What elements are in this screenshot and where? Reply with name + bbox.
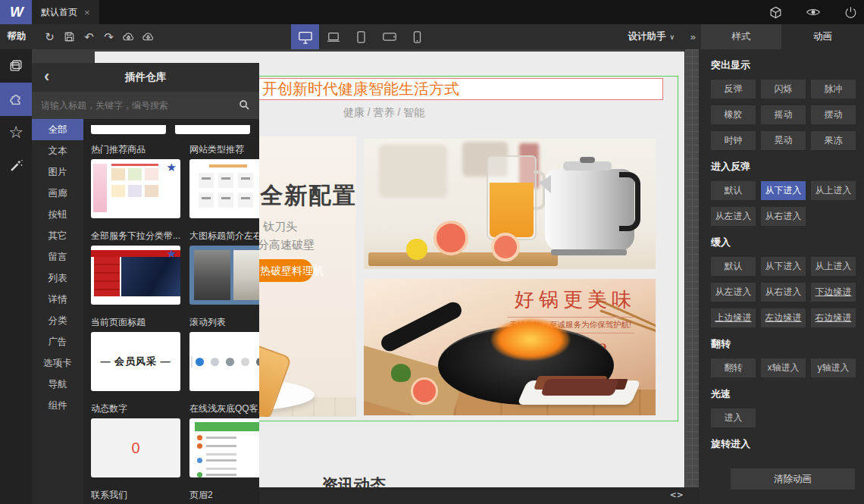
tab-style[interactable]: 样式 <box>701 24 781 49</box>
power-icon[interactable] <box>844 5 858 20</box>
plugin-card[interactable]: 动态数字 ★ 0 <box>91 401 180 477</box>
category-item[interactable]: 导航 <box>32 374 83 395</box>
animation-button[interactable]: 摆动 <box>811 105 856 124</box>
wooden-board-shape <box>368 252 558 266</box>
animation-button[interactable]: 橡胶 <box>711 105 756 124</box>
components-cube-icon[interactable] <box>769 5 783 20</box>
banner-feature-line: 分高速破壁 <box>258 238 315 252</box>
device-phone-landscape-icon[interactable] <box>375 24 403 49</box>
sidebar-favorites-icon[interactable]: ☆ <box>0 116 32 149</box>
animation-button[interactable]: 进入 <box>711 409 756 427</box>
animation-button[interactable]: 脉冲 <box>811 80 856 99</box>
animation-button[interactable]: 上边缘进 <box>711 308 756 327</box>
save-icon[interactable] <box>63 30 76 43</box>
plugin-thumbnail[interactable]: ★ <box>189 332 259 391</box>
plugin-card[interactable]: 滚动列表 ★ <box>189 315 259 391</box>
device-tablet-icon[interactable] <box>347 24 375 49</box>
redo-icon[interactable]: ↷ <box>102 30 115 43</box>
animation-button[interactable]: 晃动 <box>761 131 806 150</box>
category-item[interactable]: 画廊 <box>32 183 83 204</box>
plugin-card[interactable]: 当前页面标题 ★ — 会员风采 — <box>91 315 180 391</box>
plugin-card[interactable]: 全部服务下拉分类带... ★ <box>91 228 180 305</box>
plugin-thumbnail[interactable]: ★ <box>189 159 259 218</box>
plugin-thumbnail[interactable]: ★ — 会员风采 — <box>91 332 180 391</box>
device-desktop-icon[interactable] <box>291 24 319 49</box>
wok-banner-image[interactable]: 好锅更美味 无忧购物，至诚服务为你保驾护航! Warm Home <box>364 279 656 415</box>
animation-button[interactable]: 从上进入 <box>811 257 856 276</box>
category-item[interactable]: 按钮 <box>32 204 83 225</box>
plugin-card[interactable]: 联系我们 ★ <box>91 487 180 504</box>
plugin-thumbnail[interactable]: ★ <box>91 246 180 305</box>
category-item[interactable]: 全部 <box>32 119 83 140</box>
sidebar-plugins-icon[interactable] <box>0 83 32 116</box>
plugin-thumbnail[interactable]: ★ 0 <box>91 418 180 477</box>
category-item[interactable]: 详情 <box>32 289 83 310</box>
category-item[interactable]: 文本 <box>32 140 83 161</box>
tab-close-icon[interactable]: × <box>84 7 90 18</box>
animation-button[interactable]: y轴进入 <box>811 358 856 377</box>
animation-button[interactable]: 从下进入 <box>761 257 806 276</box>
category-item[interactable]: 选项卡 <box>32 352 83 374</box>
device-laptop-icon[interactable] <box>319 24 347 49</box>
plugin-thumbnail[interactable]: ★ <box>91 159 180 218</box>
search-icon[interactable] <box>239 99 250 111</box>
tab-animation[interactable]: 动画 <box>781 24 864 49</box>
clear-animation-button[interactable]: 清除动画 <box>731 468 855 490</box>
category-item[interactable]: 图片 <box>32 161 83 183</box>
animation-button[interactable]: 从左进入 <box>711 207 756 226</box>
animation-button[interactable]: 左边缘进 <box>761 308 806 327</box>
animation-button[interactable]: 下边缘进 <box>811 283 856 302</box>
preview-eye-icon[interactable] <box>806 5 821 20</box>
category-item[interactable]: 留言 <box>32 246 83 268</box>
sidebar-pages-icon[interactable] <box>0 49 32 83</box>
category-item[interactable]: 广告 <box>32 331 83 352</box>
animation-button[interactable]: 反弹 <box>711 80 756 99</box>
plugin-card[interactable]: 页眉2 ★ <box>189 487 259 504</box>
animation-button[interactable]: 从右进入 <box>761 283 806 302</box>
collapse-panel-icon[interactable]: » <box>690 24 696 49</box>
plugin-thumbnail[interactable]: ★ <box>189 418 259 477</box>
animation-button[interactable]: 从下进入 <box>761 181 806 200</box>
cloud-upload-icon[interactable] <box>122 30 135 43</box>
refresh-icon[interactable]: ↻ <box>43 30 56 43</box>
partial-card[interactable] <box>91 125 166 134</box>
animation-button[interactable]: 翻转 <box>711 358 756 377</box>
sidebar-magic-wand-icon[interactable] <box>0 149 32 183</box>
category-item[interactable]: 其它 <box>32 225 83 246</box>
page-tab[interactable]: 默认首页 × <box>32 0 99 24</box>
news-section-heading[interactable]: 资讯动态 <box>322 474 386 487</box>
category-item[interactable]: 分类 <box>32 310 83 331</box>
device-phone-portrait-icon[interactable] <box>403 24 431 49</box>
plugin-card-label: 动态数字 <box>91 401 180 416</box>
plugin-thumbnail[interactable]: ★ <box>189 246 259 305</box>
plugin-search-input[interactable] <box>32 92 259 119</box>
category-item[interactable]: 组件 <box>32 395 83 416</box>
animation-button[interactable]: 从上进入 <box>811 181 856 200</box>
canvas-vertical-scrollbar[interactable] <box>684 49 699 487</box>
animation-button[interactable]: x轴进入 <box>761 358 806 377</box>
animation-button[interactable]: 从左进入 <box>711 283 756 302</box>
animation-button[interactable]: 果冻 <box>811 131 856 150</box>
plugin-card[interactable]: 大图标题简介左右切... ★ <box>189 228 259 305</box>
animation-button[interactable]: 摇动 <box>761 105 806 124</box>
back-chevron-icon[interactable]: ‹ <box>44 66 49 87</box>
partial-card[interactable] <box>175 125 250 134</box>
animation-button[interactable]: 闪烁 <box>761 80 806 99</box>
plugin-card[interactable]: 在线浅灰底QQ客服 ★ <box>189 401 259 477</box>
design-assistant-dropdown[interactable]: 设计助手 ∨ <box>628 24 675 49</box>
plugin-card[interactable]: 热门推荐商品 ★ <box>91 142 180 218</box>
animation-button[interactable]: 右边缘进 <box>811 308 856 327</box>
animation-button[interactable]: 时钟 <box>711 131 756 150</box>
help-button[interactable]: 帮助 <box>0 24 33 49</box>
animation-button[interactable]: 默认 <box>711 257 756 276</box>
cloud-download-icon[interactable] <box>142 30 155 43</box>
animation-button[interactable]: 默认 <box>711 181 756 200</box>
kettle-banner-image[interactable] <box>364 139 656 269</box>
category-item[interactable]: 列表 <box>32 268 83 289</box>
undo-icon[interactable]: ↶ <box>83 30 95 43</box>
code-view-icon[interactable]: <> <box>670 489 684 500</box>
app-logo[interactable]: W <box>0 0 32 24</box>
steak-shape <box>540 379 618 396</box>
animation-button[interactable]: 从右进入 <box>761 207 806 226</box>
plugin-card[interactable]: 网站类型推荐 ★ <box>189 142 259 218</box>
